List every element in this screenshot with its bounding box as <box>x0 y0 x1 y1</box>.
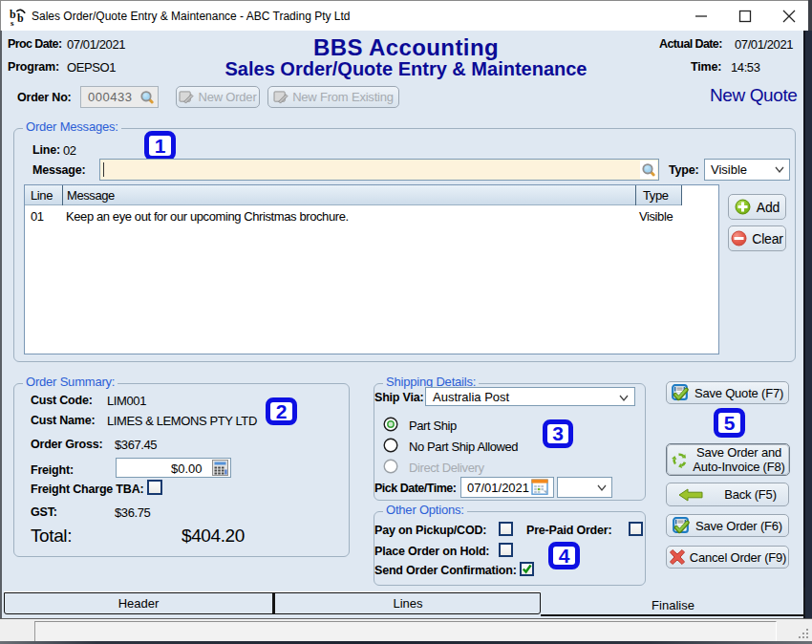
svg-text:b: b <box>17 11 24 25</box>
svg-text:s: s <box>11 18 14 28</box>
